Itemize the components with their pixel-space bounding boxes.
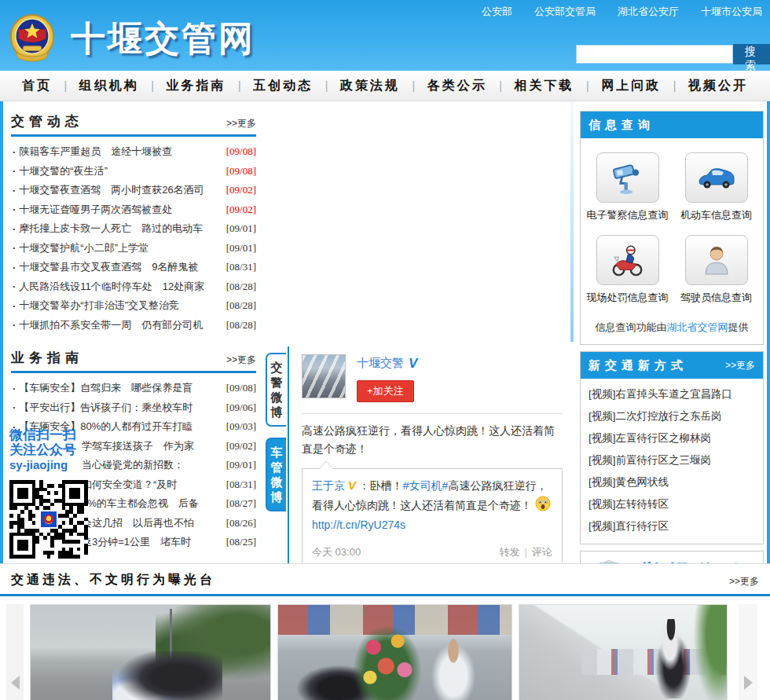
violation-photo-3[interactable] — [519, 604, 728, 700]
video-link[interactable]: [视频]直行待行区 — [588, 520, 669, 532]
violation-photo-1[interactable] — [30, 604, 271, 700]
nav-item-policy[interactable]: 政策法规 — [340, 78, 400, 94]
main-content: 交管动态 >>更多 陕籍客车严重超员 途经十堰被查[09/08] 十堰交警的“夜… — [0, 101, 770, 563]
video-link[interactable]: [视频]右置掉头车道之宜昌路口 — [588, 388, 732, 400]
search-input[interactable] — [576, 45, 733, 64]
violation-photo-2[interactable] — [277, 604, 512, 700]
verified-blue-icon: V — [409, 357, 417, 370]
qr-center-badge-icon — [39, 510, 58, 529]
forward-link[interactable]: 转发 — [500, 546, 520, 558]
report-mailbox-label: 举报信箱 — [640, 559, 750, 563]
video-link[interactable]: [视频]黄色网状线 — [588, 476, 669, 488]
video-link[interactable]: [视频]前置待行区之三堰岗 — [588, 454, 711, 466]
nav-item-video-disclosure[interactable]: 视频公开 — [688, 78, 748, 94]
photo-climbing-student-shape — [648, 619, 694, 699]
top-link-shiyan-gonganju[interactable]: 十堰市公安局 — [701, 5, 762, 19]
tab-traffic-police-weibo[interactable]: 交警微博 — [266, 353, 286, 427]
photo-person-shape — [428, 639, 478, 700]
guide-date: [08/27] — [226, 497, 256, 510]
video-list: [视频]右置掉头车道之宜昌路口 [视频]二次灯控放行之东岳岗 [视频]左置待行区… — [581, 379, 763, 544]
nav-item-business-guide[interactable]: 业务指南 — [166, 78, 226, 94]
top-links: 公安部 公安部交管局 湖北省公安厅 十堰市公安局 — [482, 5, 762, 19]
search-bar: 搜 索 — [576, 44, 770, 64]
info-query-title: 信息查询 — [588, 118, 654, 133]
video-link[interactable]: [视频]左置待行区之柳林岗 — [588, 432, 711, 444]
comment-link[interactable]: 评论 — [532, 546, 552, 558]
news-link[interactable]: 十堰交警夜查酒驾 两小时查获26名酒司 — [19, 183, 221, 197]
new-traffic-panel: 新交通新方式 >>更多 [视频]右置掉头车道之宜昌路口 [视频]二次灯控放行之东… — [580, 351, 764, 544]
query-motor-vehicle[interactable]: 机动车信息查询 — [673, 152, 760, 222]
weibo-post-actions: 转发评论 — [500, 542, 552, 562]
query-footer-prefix: 信息查询功能由 — [596, 321, 667, 333]
news-link[interactable]: 摩托撞上皮卡致一人死亡 路过的电动车 — [19, 222, 221, 236]
wechat-line2: 关注公众号 — [9, 442, 96, 457]
top-link-hubei-gonganting[interactable]: 湖北省公安厅 — [618, 5, 679, 19]
person-icon — [685, 235, 748, 285]
guide-date: [09/06] — [226, 401, 256, 414]
new-traffic-title: 新交通新方式 — [588, 358, 688, 373]
quote-short-link[interactable]: http://t.cn/RyU274s — [312, 515, 552, 535]
follow-button[interactable]: +加关注 — [357, 380, 414, 402]
nav-item-downloads[interactable]: 相关下载 — [514, 78, 574, 94]
query-label: 电子警察信息查询 — [584, 208, 671, 222]
nav-item-announcements[interactable]: 各类公示 — [427, 78, 487, 94]
guide-more-link[interactable]: >>更多 — [226, 354, 256, 367]
expose-more-link[interactable]: >>更多 — [729, 575, 759, 588]
news-link[interactable]: 十堰交警举办“打非治违”交叉整治竞 — [19, 299, 221, 313]
top-link-gonganbu[interactable]: 公安部 — [482, 5, 512, 19]
quote-hashtag-link[interactable]: #女司机# — [403, 479, 449, 492]
report-mailbox-banner[interactable]: 举报信箱 — [580, 551, 764, 563]
nav-item-wuchuang[interactable]: 五创动态 — [253, 78, 313, 94]
weibo-panel: 十堰交警 V +加关注 高速公路疯狂逆行，看得人心惊肉跳！这人还活着简直是个奇迹… — [288, 346, 574, 563]
video-item: [视频]右置掉头车道之宜昌路口 — [588, 383, 755, 405]
guide-link[interactable]: 【平安出行】告诉孩子们：乘坐校车时 — [19, 401, 221, 415]
carousel-prev-button[interactable] — [6, 604, 24, 700]
new-traffic-more-link[interactable]: >>更多 — [725, 359, 755, 372]
query-label: 现场处罚信息查询 — [584, 291, 671, 305]
news-link[interactable]: 十堰交警护航“小二郎”上学堂 — [19, 241, 221, 255]
nav-separator — [673, 79, 676, 92]
nav-separator — [64, 79, 68, 92]
photo-reclining-rider-shape — [112, 651, 222, 700]
news-link[interactable]: 陕籍客车严重超员 途经十堰被查 — [19, 145, 221, 159]
news-link[interactable]: 十堰无证聋哑男子两次酒驾被查处 — [19, 203, 221, 217]
news-link[interactable]: 十堰交警县市交叉夜查酒驾 9名醉鬼被 — [19, 260, 221, 274]
car-icon — [685, 152, 748, 203]
news-list: 陕籍客车严重超员 途经十堰被查[09/08] 十堰交警的“夜生活”[09/08]… — [11, 142, 256, 335]
news-item: 摩托撞上皮卡致一人死亡 路过的电动车[09/01] — [11, 219, 256, 239]
news-link[interactable]: 人民路沿线设11个临时停车处 12处商家 — [19, 280, 221, 294]
weibo-profile: 十堰交警 V +加关注 — [302, 354, 563, 402]
tab-vehicle-admin-weibo[interactable]: 车管微博 — [266, 438, 286, 511]
query-driver-info[interactable]: 驾驶员信息查询 — [673, 235, 760, 305]
news-item: 十堰交警举办“打非治违”交叉整治竞[08/28] — [11, 296, 256, 316]
query-onsite-penalty[interactable]: 现场处罚信息查询 — [584, 235, 671, 305]
nav-item-organization[interactable]: 组织机构 — [79, 78, 139, 94]
quote-user-link[interactable]: 王于京 — [312, 479, 345, 492]
carousel-next-button[interactable] — [739, 604, 757, 700]
top-link-jiaoguanju[interactable]: 公安部交管局 — [534, 5, 596, 19]
main-nav: 首页 组织机构 业务指南 五创动态 政策法规 各类公示 相关下载 网上问政 视频… — [0, 71, 770, 101]
guide-date: [09/02] — [226, 440, 256, 453]
weibo-avatar[interactable] — [302, 354, 346, 398]
guide-date: [09/03] — [226, 420, 256, 433]
news-item: 十堰交警的“夜生活”[09/08] — [11, 162, 256, 181]
new-traffic-header: 新交通新方式 >>更多 — [581, 352, 763, 379]
video-link[interactable]: [视频]左转待转区 — [588, 498, 669, 510]
nav-item-home[interactable]: 首页 — [22, 78, 52, 94]
query-electronic-police[interactable]: 电子警察信息查询 — [584, 152, 671, 222]
site-title: 十堰交管网 — [71, 16, 255, 62]
nav-item-online-inquiry[interactable]: 网上问政 — [601, 78, 661, 94]
news-item: 十堰抓拍不系安全带一周 仍有部分司机[08/28] — [11, 316, 256, 335]
guide-link[interactable]: 【车辆安全】自驾归来 哪些保养是盲 — [19, 381, 221, 395]
news-link[interactable]: 十堰抓拍不系安全带一周 仍有部分司机 — [19, 318, 221, 332]
nav-separator — [586, 79, 589, 92]
slideshow-placeholder — [264, 101, 574, 342]
left-column: 交管动态 >>更多 陕籍客车严重超员 途经十堰被查[09/08] 十堰交警的“夜… — [3, 101, 264, 563]
hubei-traffic-site-link[interactable]: 湖北省交管网 — [667, 321, 728, 333]
news-link[interactable]: 十堰交警的“夜生活” — [19, 164, 221, 178]
news-more-link[interactable]: >>更多 — [226, 117, 256, 130]
news-date: [09/08] — [226, 145, 256, 158]
weibo-account-name[interactable]: 十堰交警 — [357, 356, 404, 371]
search-button[interactable]: 搜 索 — [733, 44, 770, 64]
video-link[interactable]: [视频]二次灯控放行之东岳岗 — [588, 410, 722, 422]
